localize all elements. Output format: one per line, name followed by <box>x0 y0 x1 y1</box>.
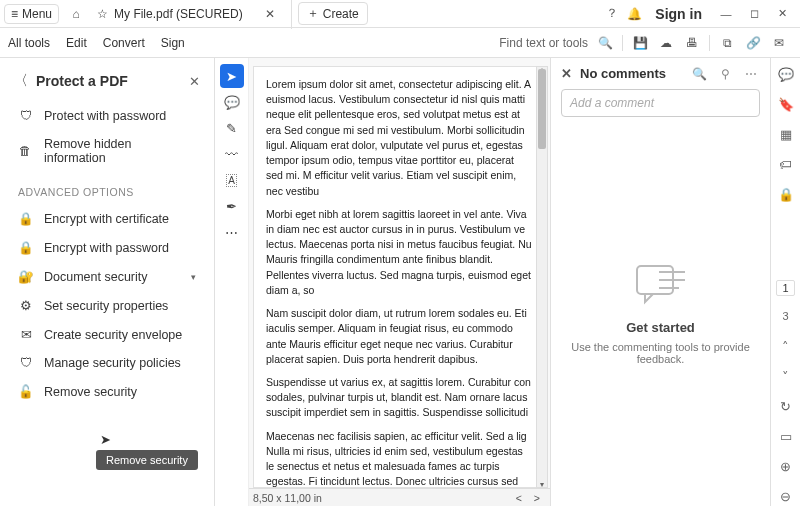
text-tool[interactable]: A <box>220 168 244 192</box>
current-page-indicator[interactable]: 1 <box>776 280 794 296</box>
more-tools[interactable]: ⋯ <box>220 220 244 244</box>
item-icon: 🔐 <box>18 269 34 284</box>
advanced-item-4[interactable]: ✉Create security envelope <box>0 320 214 349</box>
comments-panel: ✕ No comments 🔍 ⚲ ⋯ Add a comment Get st… <box>550 58 770 506</box>
scroll-thumb[interactable] <box>538 69 546 149</box>
menu-label: Menu <box>22 7 52 21</box>
signature-tool[interactable]: ✒ <box>220 194 244 218</box>
item-icon: 🛡 <box>18 109 34 123</box>
share-button[interactable]: ⧉ <box>714 32 740 54</box>
protect-item-1[interactable]: 🗑Remove hidden information <box>0 130 214 172</box>
item-label: Encrypt with certificate <box>44 212 169 226</box>
empty-state: Get started Use the commenting tools to … <box>561 125 760 498</box>
minimize-button[interactable]: — <box>712 3 740 25</box>
draw-tool[interactable]: 〰 <box>220 142 244 166</box>
comment-tool[interactable]: 💬 <box>220 90 244 114</box>
convert-link[interactable]: Convert <box>103 36 145 50</box>
grid-icon: ▦ <box>780 127 792 142</box>
star-icon: ☆ <box>97 7 108 21</box>
prev-page-button[interactable]: < <box>510 492 528 504</box>
attachments-rail-button[interactable]: 🏷 <box>776 154 796 174</box>
item-label: Remove security <box>44 385 137 399</box>
help-button[interactable]: ？ <box>601 3 623 25</box>
edit-link[interactable]: Edit <box>66 36 87 50</box>
comments-options-button[interactable]: ⋯ <box>742 67 760 81</box>
advanced-item-1[interactable]: 🔒Encrypt with password <box>0 233 214 262</box>
attach-icon: 🏷 <box>779 157 792 172</box>
print-button[interactable]: 🖶 <box>679 32 705 54</box>
next-page-button[interactable]: > <box>528 492 546 504</box>
scroll-down-rail[interactable]: ˅ <box>776 366 796 386</box>
bell-icon: 🔔 <box>627 7 642 21</box>
email-icon: ✉ <box>774 36 784 50</box>
thumbnails-rail-button[interactable]: ▦ <box>776 124 796 144</box>
page-layout-button[interactable]: ▭ <box>776 426 796 446</box>
minimize-icon: — <box>721 8 732 20</box>
close-window-button[interactable]: ✕ <box>768 3 796 25</box>
status-bar: 8,50 x 11,00 in < > <box>249 488 550 506</box>
tab-title: My File.pdf (SECURED) <box>114 7 243 21</box>
protect-item-0[interactable]: 🛡Protect with password <box>0 102 214 130</box>
comment-icon: 💬 <box>224 95 240 110</box>
paragraph: Nam suscipit dolor diam, ut rutrum lorem… <box>266 306 533 367</box>
paragraph: Lorem ipsum dolor sit amet, consectetur … <box>266 77 533 199</box>
document-tab[interactable]: ☆ My File.pdf (SECURED) ✕ <box>87 0 292 29</box>
document-page: Lorem ipsum dolor sit amet, consectetur … <box>253 66 546 488</box>
item-icon: ⚙ <box>18 298 34 313</box>
item-label: Encrypt with password <box>44 241 169 255</box>
search-button[interactable]: 🔍 <box>592 32 618 54</box>
rotate-icon: ↻ <box>780 399 791 414</box>
zoom-in-button[interactable]: ⊕ <box>776 456 796 476</box>
close-icon: ✕ <box>561 66 572 81</box>
separator <box>709 35 710 51</box>
highlight-tool[interactable]: ✎ <box>220 116 244 140</box>
advanced-item-3[interactable]: ⚙Set security properties <box>0 291 214 320</box>
advanced-item-0[interactable]: 🔒Encrypt with certificate <box>0 204 214 233</box>
rotate-rail-button[interactable]: ↻ <box>776 396 796 416</box>
scroll-down-button[interactable]: ▾ <box>537 480 547 488</box>
advanced-item-5[interactable]: 🛡Manage security policies <box>0 349 214 377</box>
comments-rail-button[interactable]: 💬 <box>776 64 796 84</box>
page-size-label: 8,50 x 11,00 in <box>253 492 322 504</box>
item-icon: ✉ <box>18 327 34 342</box>
email-button[interactable]: ✉ <box>766 32 792 54</box>
advanced-item-2[interactable]: 🔐Document security▾ <box>0 262 214 291</box>
paragraph: Maecenas nec facilisis sapien, ac effici… <box>266 429 533 488</box>
close-comments-button[interactable]: ✕ <box>561 66 572 81</box>
close-tab-button[interactable]: ✕ <box>259 3 281 25</box>
close-panel-button[interactable]: ✕ <box>189 74 200 89</box>
chevron-down-icon: ▾ <box>191 272 196 282</box>
maximize-button[interactable]: ◻ <box>740 3 768 25</box>
home-button[interactable]: ⌂ <box>65 3 87 25</box>
select-tool[interactable]: ➤ <box>220 64 244 88</box>
create-button[interactable]: ＋ Create <box>298 2 368 25</box>
save-button[interactable]: 💾 <box>627 32 653 54</box>
menu-button[interactable]: ≡ Menu <box>4 4 59 24</box>
maximize-icon: ◻ <box>750 7 759 20</box>
scroll-up-rail[interactable]: ˄ <box>776 336 796 356</box>
back-button[interactable]: 〈 <box>14 72 32 90</box>
get-started-label: Get started <box>626 320 695 335</box>
vertical-scrollbar[interactable]: ▴ ▾ <box>536 66 548 488</box>
item-label: Set security properties <box>44 299 168 313</box>
search-comments-button[interactable]: 🔍 <box>690 67 708 81</box>
search-icon: 🔍 <box>692 67 707 81</box>
comments-title: No comments <box>580 66 682 81</box>
share-icon: ⧉ <box>723 36 732 50</box>
add-comment-input[interactable]: Add a comment <box>561 89 760 117</box>
zoom-out-button[interactable]: ⊖ <box>776 486 796 506</box>
bookmarks-rail-button[interactable]: 🔖 <box>776 94 796 114</box>
link-button[interactable]: 🔗 <box>740 32 766 54</box>
advanced-item-6[interactable]: 🔓Remove security <box>0 377 214 406</box>
close-icon: ✕ <box>778 7 787 20</box>
close-icon: ✕ <box>265 7 275 21</box>
sign-in-button[interactable]: Sign in <box>655 6 702 22</box>
all-tools-link[interactable]: All tools <box>8 36 50 50</box>
item-label: Create security envelope <box>44 328 182 342</box>
security-rail-button[interactable]: 🔒 <box>776 184 796 204</box>
filter-comments-button[interactable]: ⚲ <box>716 67 734 81</box>
page-icon: ▭ <box>780 429 792 444</box>
notifications-button[interactable]: 🔔 <box>623 3 645 25</box>
cloud-button[interactable]: ☁ <box>653 32 679 54</box>
sign-link[interactable]: Sign <box>161 36 185 50</box>
